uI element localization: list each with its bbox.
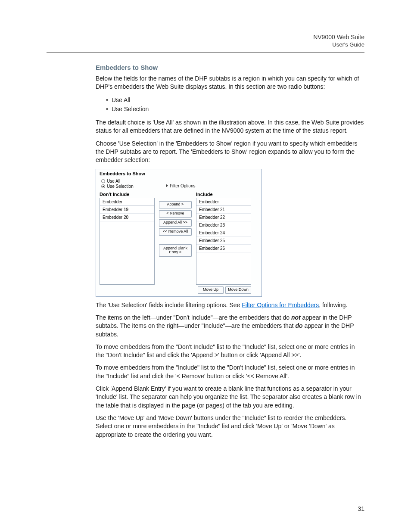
figure-title: Embedders to Show [100, 171, 259, 176]
include-column: Include Embedder Embedder 21 Embedder 22… [196, 192, 251, 294]
product-name: NV9000 Web Suite [313, 34, 364, 41]
bullet-use-selection: Use Selection [106, 105, 364, 114]
transfer-buttons: Append > < Remove Append All >> << Remov… [157, 192, 193, 257]
list-item[interactable]: Embedder 23 [196, 221, 251, 229]
text: The items on the left—under "Don't Inclu… [96, 314, 291, 321]
page: NV9000 Web Suite User's Guide Embedders … [0, 0, 411, 532]
include-label: Include [196, 192, 251, 197]
dont-include-column: Don't Include Embedder Embedder 19 Embed… [100, 192, 155, 285]
list-item[interactable]: Embedder 24 [196, 229, 251, 237]
list-header: Embedder [196, 198, 251, 206]
append-button[interactable]: Append > [159, 201, 192, 208]
include-listbox[interactable]: Embedder Embedder 21 Embedder 22 Embedde… [196, 198, 251, 285]
paragraph-move-updown: Use the 'Move Up' and 'Move Down' button… [96, 414, 364, 439]
radio-label: Use Selection [107, 184, 134, 189]
remove-button[interactable]: < Remove [159, 210, 192, 218]
filter-options-toggle[interactable]: Filter Options [166, 184, 259, 188]
radio-icon [101, 184, 105, 188]
dont-include-label: Don't Include [100, 192, 155, 197]
paragraph-blank-entry: Click 'Append Blank Entry' if you want t… [96, 385, 364, 410]
list-item[interactable]: Embedder 26 [196, 245, 251, 252]
emphasis-not: not [291, 314, 301, 321]
bullet-use-all: Use All [106, 96, 364, 105]
append-blank-button[interactable]: Append Blank Entry > [159, 244, 192, 257]
header-rule [47, 53, 364, 53]
section-heading: Embedders to Show [96, 64, 364, 71]
triangle-right-icon [166, 184, 168, 187]
paragraph-choose: Choose 'Use Selection' in the 'Embedders… [96, 140, 364, 165]
move-down-button[interactable]: Move Down [225, 286, 251, 294]
text: The 'Use Selection' fields include filte… [96, 302, 242, 308]
list-item[interactable]: Embedder 22 [196, 214, 251, 221]
append-all-button[interactable]: Append All >> [159, 219, 192, 227]
radio-label: Use All [107, 179, 120, 184]
bullet-list: Use All Use Selection [106, 96, 364, 114]
paragraph-move-include: To move embedders from the "Don't Includ… [96, 343, 364, 360]
text: , following. [319, 302, 347, 308]
radio-use-all[interactable]: Use All [101, 179, 259, 184]
list-item[interactable]: Embedder 19 [100, 206, 154, 214]
content-area: Embedders to Show Below the fields for t… [96, 64, 364, 443]
embedders-figure: Embedders to Show Use All Use Selection … [96, 169, 262, 297]
paragraph-items-explain: The items on the left—under "Don't Inclu… [96, 314, 364, 339]
list-item[interactable]: Embedder 21 [196, 206, 251, 214]
paragraph-intro: Below the fields for the names of the DH… [96, 75, 364, 91]
list-header: Embedder [100, 198, 154, 206]
filter-options-link[interactable]: Filter Options for Embedders [242, 302, 319, 308]
doc-subtitle: User's Guide [313, 41, 364, 48]
radio-icon [101, 179, 105, 183]
paragraph-move-exclude: To move embedders from the "Include" lis… [96, 364, 364, 380]
paragraph-filter-link: The 'Use Selection' fields include filte… [96, 301, 364, 309]
filter-options-label: Filter Options [170, 184, 195, 188]
dont-include-listbox[interactable]: Embedder Embedder 19 Embedder 20 [100, 198, 155, 285]
list-item[interactable]: Embedder 20 [100, 214, 154, 221]
page-header: NV9000 Web Suite User's Guide [313, 34, 364, 48]
page-number: 31 [358, 505, 364, 512]
list-item[interactable]: Embedder 25 [196, 237, 251, 245]
paragraph-default: The default choice is 'Use All' as shown… [96, 118, 364, 135]
remove-all-button[interactable]: << Remove All [159, 228, 192, 236]
move-up-button[interactable]: Move Up [198, 286, 224, 294]
emphasis-do: do [295, 322, 302, 329]
